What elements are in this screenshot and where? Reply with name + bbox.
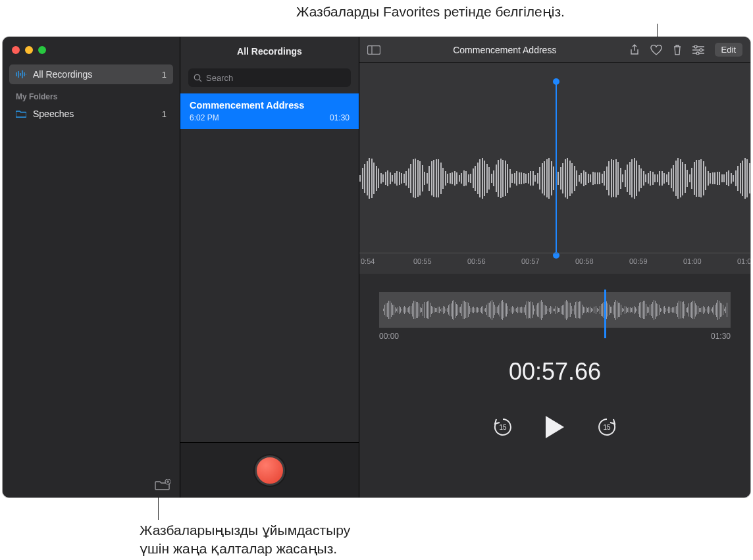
overview-end: 01:30: [711, 332, 731, 341]
playhead-big[interactable]: [556, 82, 557, 255]
waveform-icon: [16, 70, 26, 78]
callout-favorites: Жазбаларды Favorites ретінде белгілеңіз.: [296, 4, 565, 20]
ruler-tick: 00:58: [575, 257, 629, 274]
recording-title: Commencement Address: [190, 100, 350, 111]
toolbar-title: Commencement Address: [390, 45, 620, 55]
svg-point-9: [194, 74, 199, 80]
overview-labels: 00:00 01:30: [379, 332, 731, 341]
sidebar-item-label: All Recordings: [33, 69, 92, 80]
edit-button[interactable]: Edit: [715, 43, 742, 57]
share-button[interactable]: [629, 44, 640, 56]
recording-item-commencement[interactable]: Commencement Address 6:02 PM 01:30: [180, 93, 359, 129]
callout-line-folder: [158, 497, 159, 520]
overview-start: 00:00: [379, 332, 399, 341]
record-area: [180, 442, 359, 497]
svg-point-16: [700, 49, 702, 51]
search-input[interactable]: Search: [188, 68, 351, 87]
play-button[interactable]: [544, 415, 566, 440]
recordings-column: All Recordings Search Commencement Addre…: [180, 37, 359, 497]
callout-folder-line2: үшін жаңа қалталар жасаңыз.: [140, 541, 337, 556]
search-icon: [194, 74, 202, 82]
svg-line-10: [199, 80, 201, 82]
ruler-tick: 00:55: [413, 257, 467, 274]
waveform-big[interactable]: 0:5400:5500:5600:5700:5800:5901:0001:01: [359, 63, 750, 274]
main-area: Commencement Address Edit 0:540: [359, 37, 750, 497]
svg-point-18: [696, 52, 699, 55]
current-time: 00:57.66: [359, 358, 750, 386]
skip-back-15-button[interactable]: 15: [492, 417, 513, 438]
svg-rect-11: [368, 45, 380, 54]
recordings-title: All Recordings: [180, 37, 359, 63]
folder-icon: [16, 110, 26, 118]
playback-controls: 15 15: [359, 415, 750, 440]
ruler-tick: 0:54: [359, 257, 413, 274]
delete-button[interactable]: [673, 44, 682, 55]
close-window-button[interactable]: [12, 46, 20, 54]
sidebar-item-label: Speeches: [33, 109, 74, 119]
svg-point-14: [694, 45, 697, 48]
sidebar-item-speeches[interactable]: Speeches 1: [9, 104, 173, 124]
waveform-overview[interactable]: [379, 292, 731, 328]
options-button[interactable]: [692, 45, 704, 55]
search-placeholder: Search: [206, 73, 233, 83]
toolbar: Commencement Address Edit: [359, 37, 750, 63]
voice-memos-window: All Recordings 1 My Folders Speeches 1: [3, 37, 750, 497]
skip-forward-15-button[interactable]: 15: [596, 417, 617, 438]
playhead-overview[interactable]: [604, 290, 606, 338]
sidebar-footer: [3, 472, 180, 497]
skip-fwd-label: 15: [603, 424, 610, 431]
recording-duration: 01:30: [330, 113, 350, 122]
sidebar-item-count: 1: [162, 70, 167, 80]
new-folder-button[interactable]: [155, 479, 170, 491]
ruler-tick: 00:56: [467, 257, 521, 274]
timeline-ruler: 0:5400:5500:5600:5700:5800:5901:0001:01: [359, 253, 750, 274]
sidebar-list: All Recordings 1 My Folders Speeches 1: [3, 61, 180, 472]
skip-back-label: 15: [499, 424, 506, 431]
record-button[interactable]: [255, 455, 285, 486]
zoom-window-button[interactable]: [38, 46, 46, 54]
callout-new-folder: Жазбаларыңызды ұйымдастыру үшін жаңа қал…: [140, 521, 350, 559]
minimize-window-button[interactable]: [25, 46, 33, 54]
ruler-tick: 01:00: [683, 257, 737, 274]
window-controls: [3, 37, 180, 61]
favorite-button[interactable]: [650, 45, 662, 55]
ruler-tick: 00:59: [629, 257, 683, 274]
ruler-tick: 00:57: [521, 257, 575, 274]
my-folders-header: My Folders: [9, 84, 173, 104]
sidebar-item-count: 1: [162, 109, 167, 119]
callout-folder-line1: Жазбаларыңызды ұйымдастыру: [140, 522, 350, 538]
toggle-sidebar-button[interactable]: [367, 45, 380, 55]
sidebar: All Recordings 1 My Folders Speeches 1: [3, 37, 180, 497]
ruler-tick: 01:01: [737, 257, 750, 274]
recording-time: 6:02 PM: [190, 113, 219, 122]
sidebar-item-all-recordings[interactable]: All Recordings 1: [9, 64, 173, 84]
